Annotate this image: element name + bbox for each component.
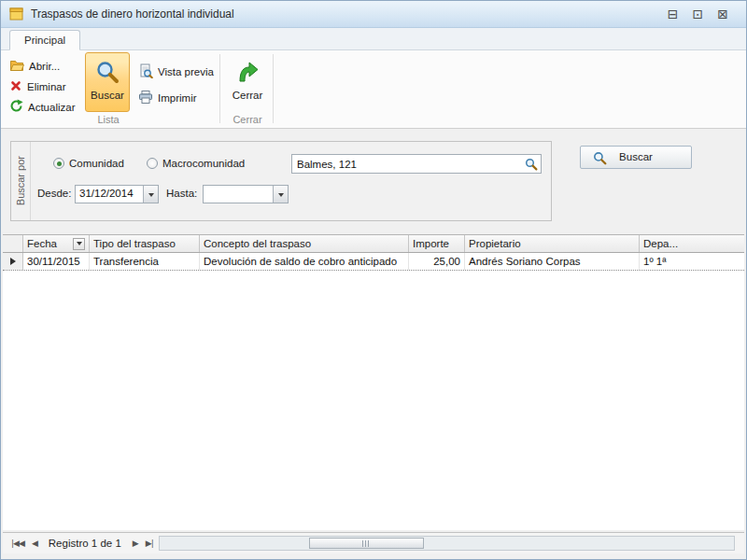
app-window: Traspasos de dinero horizontal individua… (0, 0, 747, 560)
print-preview-icon (138, 63, 153, 80)
radio-comunidad-label: Comunidad (69, 158, 124, 169)
close-icon[interactable]: ⊠ (717, 7, 728, 21)
cell-fecha[interactable]: 30/11/2015 (23, 253, 90, 270)
buscar-button[interactable]: Buscar (580, 146, 692, 169)
radio-unchecked-icon (147, 158, 158, 169)
column-header-departamento[interactable]: Depa... (640, 235, 744, 252)
dropdown-arrow-icon[interactable] (143, 186, 158, 203)
row-indicator-header (3, 235, 23, 252)
search-icon (95, 60, 120, 86)
desde-date-picker[interactable]: 31/12/2014 (75, 185, 159, 203)
cell-propietario[interactable]: Andrés Soriano Corpas (465, 253, 640, 270)
record-counter: Registro 1 de 1 (49, 538, 121, 549)
refresh-icon (9, 99, 23, 115)
tab-principal-label: Principal (24, 35, 65, 46)
cerrar-label: Cerrar (233, 90, 263, 101)
nav-first-icon[interactable]: |◀◀ (7, 539, 28, 548)
nav-next-icon[interactable]: ▶ (129, 539, 142, 548)
tab-principal[interactable]: Principal (9, 30, 80, 50)
window-title: Traspasos de dinero horizontal individua… (31, 7, 234, 21)
column-header-importe-label: Importe (413, 238, 449, 249)
ribbon-tabstrip: Principal (1, 28, 746, 50)
hasta-date-picker[interactable] (203, 185, 289, 203)
abrir-label: Abrir... (29, 61, 60, 72)
buscar-ribbon-button[interactable]: Buscar (85, 52, 130, 112)
radio-comunidad[interactable]: Comunidad (53, 158, 124, 169)
imprimir-button[interactable]: Imprimir (135, 88, 202, 107)
panel-caption: Buscar por (11, 142, 31, 220)
grid-header: Fecha Tipo del traspaso Concepto del tra… (3, 235, 744, 253)
ribbon-group-separator (219, 54, 220, 123)
app-icon (9, 7, 23, 21)
panel-caption-label: Buscar por (15, 156, 26, 205)
minimize-icon[interactable]: ⊟ (668, 7, 679, 21)
column-header-propietario-label: Propietario (469, 238, 521, 249)
column-header-departamento-label: Depa... (643, 238, 678, 249)
desde-label: Desde: (37, 188, 71, 199)
maximize-icon[interactable]: ⊡ (693, 7, 704, 21)
actualizar-label: Actualizar (28, 102, 76, 113)
column-header-importe[interactable]: Importe (409, 235, 465, 252)
column-header-tipo[interactable]: Tipo del traspaso (90, 235, 200, 252)
buscar-button-label: Buscar (581, 151, 691, 162)
radio-macrocomunidad-label: Macrocomunidad (162, 158, 245, 169)
dropdown-arrow-icon[interactable] (273, 186, 288, 203)
delete-x-icon (9, 79, 22, 94)
statusbar: |◀◀ ◀ Registro 1 de 1 ▶ ▶| ▶▶| (3, 532, 744, 553)
field-search-icon[interactable] (522, 155, 541, 173)
community-search-field (291, 154, 542, 174)
eliminar-label: Eliminar (27, 81, 66, 92)
nav-last-icon[interactable]: ▶| (142, 539, 157, 548)
scrollbar-thumb[interactable] (309, 538, 424, 549)
close-arrow-icon (235, 60, 260, 86)
group-label-lista: Lista (83, 114, 134, 125)
radio-macrocomunidad[interactable]: Macrocomunidad (147, 158, 245, 169)
ribbon: Abrir... Eliminar Actualizar (1, 50, 746, 129)
row-indicator-cell (3, 253, 23, 270)
printer-icon (138, 90, 153, 106)
imprimir-label: Imprimir (158, 92, 197, 104)
cell-tipo[interactable]: Transferencia (90, 253, 200, 270)
abrir-button[interactable]: Abrir... (7, 56, 64, 76)
vista-previa-button[interactable]: Vista previa (135, 62, 218, 81)
column-header-concepto[interactable]: Concepto del traspaso (200, 235, 409, 252)
buscar-ribbon-label: Buscar (91, 90, 124, 101)
hasta-value (204, 186, 273, 203)
column-header-propietario[interactable]: Propietario (465, 235, 640, 252)
column-header-fecha[interactable]: Fecha (23, 235, 90, 252)
data-grid: Fecha Tipo del traspaso Concepto del tra… (3, 234, 744, 530)
group-label-cerrar: Cerrar (222, 114, 273, 125)
column-header-fecha-label: Fecha (27, 238, 57, 249)
vista-previa-label: Vista previa (158, 66, 214, 77)
eliminar-button[interactable]: Eliminar (7, 77, 71, 96)
desde-value: 31/12/2014 (76, 186, 143, 203)
community-search-input[interactable] (292, 156, 522, 172)
actualizar-button[interactable]: Actualizar (7, 97, 80, 117)
nav-prev-icon[interactable]: ◀ (28, 539, 41, 548)
titlebar[interactable]: Traspasos de dinero horizontal individua… (1, 1, 746, 28)
window-controls: ⊟ ⊡ ⊠ (668, 7, 738, 21)
filter-dropdown-icon[interactable] (73, 238, 85, 250)
column-header-tipo-label: Tipo del traspaso (93, 238, 176, 249)
cerrar-button[interactable]: Cerrar (225, 52, 270, 112)
buscar-por-panel: Buscar por Comunidad Macrocomunidad (10, 141, 552, 221)
cell-concepto[interactable]: Devolución de saldo de cobro anticipado (200, 253, 409, 270)
open-folder-icon (9, 58, 24, 74)
horizontal-scrollbar[interactable] (159, 536, 735, 551)
radio-checked-icon (53, 158, 64, 169)
hasta-label: Hasta: (166, 188, 197, 199)
current-row-arrow-icon (10, 258, 16, 265)
ribbon-group-separator (273, 54, 274, 123)
table-row[interactable]: 30/11/2015 Transferencia Devolución de s… (3, 253, 744, 271)
cell-importe[interactable]: 25,00 (409, 253, 465, 270)
column-header-concepto-label: Concepto del traspaso (204, 238, 311, 249)
cell-departamento[interactable]: 1º 1ª (640, 253, 744, 270)
search-region: Buscar por Comunidad Macrocomunidad (1, 129, 746, 234)
